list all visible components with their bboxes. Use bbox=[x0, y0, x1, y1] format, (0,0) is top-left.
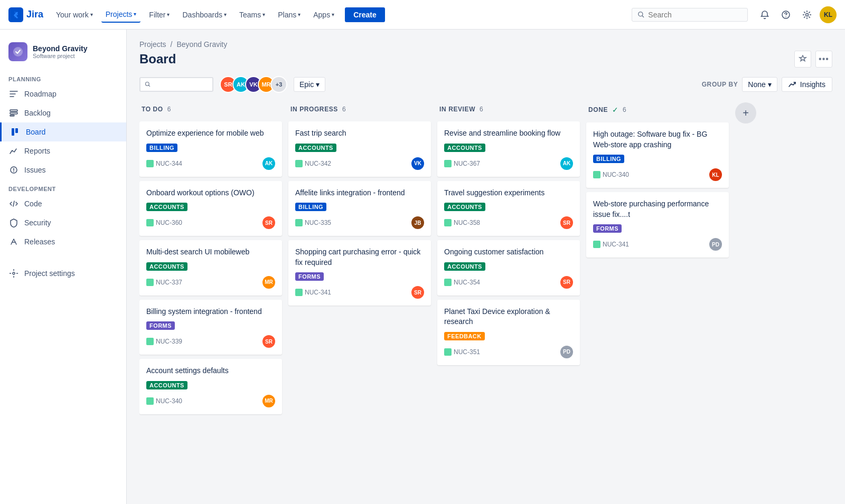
chevron-down-icon: ▾ bbox=[298, 12, 301, 17]
card-nuc-341-inprogress[interactable]: Shopping cart purchasing error - quick f… bbox=[288, 240, 431, 306]
jira-wordmark: Jira bbox=[26, 9, 43, 20]
create-button[interactable]: Create bbox=[345, 7, 385, 22]
tag-accounts: ACCOUNTS bbox=[146, 262, 187, 271]
chevron-down-icon: ▾ bbox=[167, 12, 170, 17]
search-input[interactable] bbox=[648, 11, 742, 19]
sidebar-item-board[interactable]: Board bbox=[0, 122, 126, 141]
issue-icon bbox=[295, 219, 303, 226]
insights-button[interactable]: Insights bbox=[782, 77, 832, 92]
nav-filter[interactable]: Filter ▾ bbox=[145, 7, 174, 22]
epic-filter-button[interactable]: Epic ▾ bbox=[294, 77, 325, 92]
project-icon bbox=[8, 42, 27, 61]
card-nuc-340-todo[interactable]: Account settings defaults ACCOUNTS NUC-3… bbox=[139, 359, 282, 414]
notifications-button[interactable] bbox=[756, 6, 773, 23]
tag-accounts: ACCOUNTS bbox=[146, 203, 187, 211]
card-nuc-367[interactable]: Revise and streamline booking flow ACCOU… bbox=[437, 121, 580, 177]
card-nuc-339[interactable]: Billing system integration - frontend FO… bbox=[139, 300, 282, 355]
star-button[interactable] bbox=[794, 51, 811, 68]
more-options-button[interactable]: ••• bbox=[815, 51, 832, 68]
column-header-inprogress: IN PROGRESS 6 bbox=[288, 101, 431, 117]
nav-your-work[interactable]: Your work ▾ bbox=[52, 7, 97, 22]
card-nuc-341-done[interactable]: Web-store purchasing performance issue f… bbox=[586, 192, 729, 258]
column-header-done: DONE ✓ 6 bbox=[586, 101, 729, 118]
issue-icon bbox=[593, 241, 600, 248]
nav-icons: KL bbox=[756, 6, 837, 23]
issue-icon bbox=[444, 160, 452, 167]
reports-icon bbox=[8, 146, 19, 156]
tag-forms: FORMS bbox=[295, 272, 324, 281]
page-title-actions: ••• bbox=[794, 51, 832, 68]
card-nuc-354[interactable]: Ongoing customer satisfaction ACCOUNTS N… bbox=[437, 240, 580, 296]
card-nuc-360[interactable]: Onboard workout options (OWO) ACCOUNTS N… bbox=[139, 181, 282, 236]
chart-icon bbox=[788, 80, 797, 89]
board-icon bbox=[10, 127, 21, 137]
tag-accounts: ACCOUNTS bbox=[444, 144, 485, 152]
sidebar-item-code[interactable]: Code bbox=[0, 194, 126, 213]
card-avatar: AK bbox=[262, 157, 275, 170]
sidebar-item-reports[interactable]: Reports bbox=[0, 141, 126, 160]
tag-accounts: ACCOUNTS bbox=[146, 381, 187, 389]
sidebar-item-security[interactable]: Security bbox=[0, 213, 126, 232]
add-column-button[interactable]: + bbox=[735, 102, 756, 123]
chevron-down-icon: ▾ bbox=[332, 12, 334, 17]
card-avatar: SR bbox=[262, 216, 275, 229]
card-nuc-335[interactable]: Affelite links integration - frontend BI… bbox=[288, 181, 431, 236]
user-avatar[interactable]: KL bbox=[820, 6, 837, 23]
settings-button[interactable] bbox=[799, 6, 815, 23]
help-button[interactable] bbox=[777, 6, 794, 23]
column-header-inreview: IN REVIEW 6 bbox=[437, 101, 580, 117]
issues-icon bbox=[8, 165, 19, 175]
ellipsis-icon: ••• bbox=[819, 54, 829, 64]
card-nuc-344[interactable]: Optimize experience for mobile web BILLI… bbox=[139, 121, 282, 177]
card-avatar: MR bbox=[262, 276, 275, 289]
nav-projects[interactable]: Projects ▾ bbox=[101, 7, 141, 23]
nav-dashboards[interactable]: Dashboards ▾ bbox=[178, 7, 231, 22]
sidebar-item-project-settings[interactable]: Project settings bbox=[0, 264, 126, 283]
search-box[interactable] bbox=[632, 8, 748, 22]
nav-teams[interactable]: Teams ▾ bbox=[235, 7, 269, 22]
column-todo: TO DO 6 Optimize experience for mobile w… bbox=[139, 101, 282, 419]
bell-icon bbox=[760, 10, 769, 20]
jira-logo[interactable]: Jira bbox=[8, 7, 43, 22]
search-icon bbox=[145, 81, 151, 88]
svg-point-14 bbox=[13, 272, 15, 274]
sidebar-item-backlog[interactable]: Backlog bbox=[0, 103, 126, 122]
code-icon bbox=[8, 198, 19, 209]
sidebar-project-header: Beyond Gravity Software project bbox=[0, 38, 126, 70]
board-search-input[interactable] bbox=[154, 80, 208, 89]
card-nuc-342[interactable]: Fast trip search ACCOUNTS NUC-342 VK bbox=[288, 121, 431, 177]
board-search-box[interactable] bbox=[139, 77, 213, 92]
nav-plans[interactable]: Plans ▾ bbox=[274, 7, 305, 22]
main-content: Projects / Beyond Gravity Board ••• bbox=[127, 30, 845, 504]
tag-billing: BILLING bbox=[593, 155, 624, 163]
sidebar-item-issues[interactable]: Issues bbox=[0, 160, 126, 179]
card-nuc-340-done[interactable]: High outage: Software bug fix - BG Web-s… bbox=[586, 122, 729, 188]
issue-icon bbox=[444, 348, 452, 356]
check-icon: ✓ bbox=[612, 106, 618, 114]
chevron-down-icon: ▾ bbox=[262, 12, 265, 17]
card-nuc-337[interactable]: Multi-dest search UI mobileweb ACCOUNTS … bbox=[139, 240, 282, 296]
sidebar: Beyond Gravity Software project PLANNING… bbox=[0, 30, 127, 504]
avatar-more[interactable]: +3 bbox=[270, 76, 287, 93]
nav-apps[interactable]: Apps ▾ bbox=[309, 7, 339, 22]
tag-billing: BILLING bbox=[146, 144, 177, 152]
svg-point-5 bbox=[13, 47, 23, 56]
column-inprogress: IN PROGRESS 6 Fast trip search ACCOUNTS … bbox=[288, 101, 431, 419]
card-nuc-358[interactable]: Travel suggestion experiments ACCOUNTS N… bbox=[437, 181, 580, 236]
chevron-down-icon: ▾ bbox=[316, 80, 320, 89]
breadcrumb-projects[interactable]: Projects bbox=[139, 40, 166, 49]
releases-icon bbox=[8, 236, 19, 247]
group-by-label: GROUP BY bbox=[702, 81, 738, 88]
group-by-button[interactable]: None ▾ bbox=[742, 77, 777, 92]
question-icon bbox=[781, 10, 791, 20]
chevron-down-icon: ▾ bbox=[224, 12, 227, 17]
card-avatar: PD bbox=[709, 238, 722, 251]
sidebar-item-releases[interactable]: Releases bbox=[0, 232, 126, 251]
breadcrumb-project-name[interactable]: Beyond Gravity bbox=[176, 40, 227, 49]
card-nuc-351[interactable]: Planet Taxi Device exploration & researc… bbox=[437, 300, 580, 365]
svg-rect-9 bbox=[12, 128, 14, 136]
sidebar-item-roadmap[interactable]: Roadmap bbox=[0, 84, 126, 103]
card-avatar: SR bbox=[262, 335, 275, 348]
roadmap-icon bbox=[8, 89, 19, 99]
card-avatar: AK bbox=[560, 157, 573, 170]
